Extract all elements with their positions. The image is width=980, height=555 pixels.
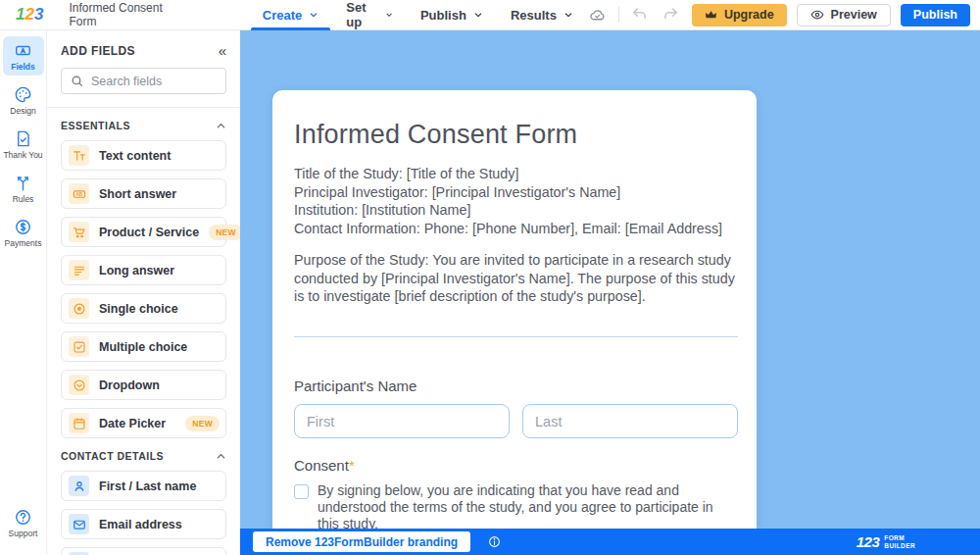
upgrade-button[interactable]: Upgrade xyxy=(692,4,787,26)
new-badge: NEW xyxy=(185,416,220,431)
field-item-first-last-name[interactable]: First / Last name xyxy=(61,471,226,501)
intro-line: Institution: [Institution Name] xyxy=(294,201,738,220)
brand-digits: 123 xyxy=(857,533,880,550)
add-fields-panel: ADD FIELDS « ESSENTIALS Text content AB … xyxy=(47,30,240,555)
first-name-input[interactable] xyxy=(294,404,510,438)
consent-option-text: By signing below, you are indicating tha… xyxy=(318,482,738,532)
upgrade-label: Upgrade xyxy=(724,8,774,22)
field-item-product-service[interactable]: Product / Service NEW xyxy=(61,217,226,247)
long-answer-icon xyxy=(69,260,89,280)
section-header-essentials[interactable]: ESSENTIALS xyxy=(61,120,226,131)
nav-tab-publish[interactable]: Publish xyxy=(407,0,497,30)
field-item-partial[interactable] xyxy=(61,547,226,555)
section-title-contact-details: CONTACT DETAILS xyxy=(61,450,164,462)
cloud-saved-icon xyxy=(587,4,609,25)
field-item-text-content[interactable]: Text content xyxy=(61,140,226,171)
radio-single-choice-icon xyxy=(69,298,89,319)
field-item-short-answer[interactable]: AB Short answer xyxy=(61,178,226,209)
undo-icon[interactable] xyxy=(629,4,651,25)
form-card[interactable]: Informed Consent Form Title of the Study… xyxy=(272,90,757,555)
nav-tab-create-label: Create xyxy=(263,8,302,23)
search-icon xyxy=(71,75,83,87)
panel-title: ADD FIELDS xyxy=(61,44,135,58)
nav-tab-results[interactable]: Results xyxy=(497,0,587,30)
consent-checkbox[interactable] xyxy=(294,484,309,499)
chevron-down-icon xyxy=(564,10,573,20)
branch-rules-icon xyxy=(14,174,32,192)
nav-tab-results-label: Results xyxy=(511,8,557,23)
rail-item-thank-you[interactable]: Thank You xyxy=(3,125,44,164)
divider xyxy=(47,107,240,108)
field-item-label: First / Last name xyxy=(99,479,196,493)
logo-digit-2: 2 xyxy=(24,5,33,25)
rail-item-payments[interactable]: Payments xyxy=(3,213,44,252)
publish-button[interactable]: Publish xyxy=(901,4,970,26)
form-purpose-paragraph[interactable]: Purpose of the Study: You are invited to… xyxy=(294,251,738,306)
person-icon xyxy=(69,476,89,496)
nav-tab-setup-label: Set up xyxy=(346,0,377,29)
rail-item-fields[interactable]: Fields xyxy=(3,36,44,76)
rail-label-thank-you: Thank You xyxy=(3,150,42,160)
rail-label-fields: Fields xyxy=(11,62,35,72)
checkbox-multiple-choice-icon xyxy=(69,336,89,357)
brand-line2: BUILDER xyxy=(884,542,915,550)
short-answer-icon: AB xyxy=(69,183,89,204)
preview-button[interactable]: Preview xyxy=(797,4,891,26)
field-item-multiple-choice[interactable]: Multiple choice xyxy=(61,331,226,362)
left-rail: Fields Design Thank You Rules Payme xyxy=(0,30,47,555)
form-name-label[interactable]: Informed Consent Form xyxy=(69,1,189,28)
search-input[interactable] xyxy=(91,75,217,88)
section-header-contact-details[interactable]: CONTACT DETAILS xyxy=(61,450,226,462)
section-title-essentials: ESSENTIALS xyxy=(61,120,130,131)
collapse-panel-icon[interactable]: « xyxy=(219,43,226,58)
fields-icon xyxy=(14,41,32,60)
app-logo[interactable]: 1 2 3 xyxy=(16,5,43,25)
field-item-label: Date Picker xyxy=(99,417,166,430)
top-bar: 1 2 3 Informed Consent Form Create Set u… xyxy=(0,0,980,30)
field-item-date-picker[interactable]: Date Picker NEW xyxy=(61,408,226,438)
support-help-icon xyxy=(14,508,32,527)
branding-bar: Remove 123FormBuilder branding 123 FORM … xyxy=(240,529,980,555)
rail-label-support: Support xyxy=(9,529,38,538)
consent-label: Consent* xyxy=(294,457,738,474)
field-item-label: Dropdown xyxy=(99,378,160,392)
required-asterisk: * xyxy=(349,457,355,474)
intro-line: Principal Investigator: [Principal Inves… xyxy=(294,183,738,202)
participant-name-row xyxy=(294,404,738,438)
nav-tab-publish-label: Publish xyxy=(420,8,466,23)
formbuilder-brand-logo: 123 FORM BUILDER xyxy=(857,533,915,550)
field-item-dropdown[interactable]: Dropdown xyxy=(61,370,226,400)
rail-item-rules[interactable]: Rules xyxy=(3,169,44,208)
new-badge: NEW xyxy=(209,225,240,240)
form-builder-app: 1 2 3 Informed Consent Form Create Set u… xyxy=(0,0,980,555)
rail-item-design[interactable]: Design xyxy=(3,80,44,120)
redo-icon[interactable] xyxy=(661,4,682,25)
field-item-single-choice[interactable]: Single choice xyxy=(61,293,226,324)
field-item-email-address[interactable]: Email address xyxy=(61,509,226,539)
last-name-input[interactable] xyxy=(522,404,738,438)
rail-label-payments: Payments xyxy=(5,238,42,248)
form-intro-paragraph[interactable]: Title of the Study: [Title of the Study]… xyxy=(294,165,738,237)
intro-line: Title of the Study: [Title of the Study] xyxy=(294,165,738,183)
consent-field[interactable]: Consent* By signing below, you are indic… xyxy=(294,457,738,532)
preview-label: Preview xyxy=(831,8,877,22)
form-title[interactable]: Informed Consent Form xyxy=(294,120,738,150)
search-box[interactable] xyxy=(61,68,226,94)
logo-digit-3: 3 xyxy=(34,5,43,25)
brand-line1: FORM xyxy=(884,534,915,542)
info-icon[interactable] xyxy=(488,535,501,548)
remove-branding-button[interactable]: Remove 123FormBuilder branding xyxy=(253,531,470,552)
main-nav: Create Set up Publish Results xyxy=(249,0,587,30)
form-canvas: Informed Consent Form Title of the Study… xyxy=(240,30,980,555)
envelope-icon xyxy=(69,514,89,534)
divider xyxy=(618,7,619,23)
nav-tab-setup[interactable]: Set up xyxy=(332,0,407,30)
participant-name-label[interactable]: Participant's Name xyxy=(294,378,738,394)
nav-tab-create[interactable]: Create xyxy=(249,0,332,30)
field-item-label: Product / Service xyxy=(99,226,199,239)
text-content-icon xyxy=(69,145,89,166)
rail-item-support[interactable]: Support xyxy=(3,503,44,542)
field-item-long-answer[interactable]: Long answer xyxy=(61,255,226,285)
intro-line: Contact Information: Phone: [Phone Numbe… xyxy=(294,220,738,238)
consent-option-row: By signing below, you are indicating tha… xyxy=(294,482,738,532)
